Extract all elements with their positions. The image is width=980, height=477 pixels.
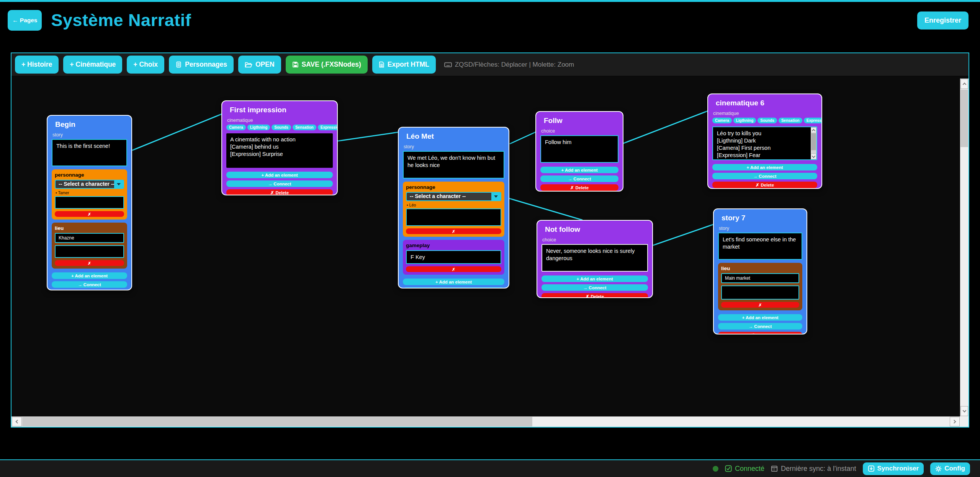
node-textarea[interactable]: Follow him (540, 135, 618, 163)
node-type-label: story (719, 226, 802, 231)
select-dropdown-arrow[interactable] (114, 180, 123, 188)
section-label: gameplay (406, 243, 501, 248)
tag-sounds[interactable]: Sounds (757, 118, 777, 123)
toolbar-button-personnages[interactable]: Personnages (169, 56, 234, 74)
textarea-scrollbar[interactable] (811, 127, 816, 159)
connect-button[interactable]: → Connect (226, 180, 333, 187)
node-begin[interactable]: BeginstoryThis is the first scene!person… (47, 115, 132, 290)
delete-x-icon: ✗ (270, 190, 274, 195)
connect-button[interactable]: → Connect (712, 173, 817, 179)
delete-node-button[interactable]: ✗Delete (712, 182, 817, 188)
add-element-button[interactable]: + Add an element (542, 275, 648, 282)
node-textarea[interactable]: Léo try to kills you [Ligthning] Dark [C… (712, 126, 817, 160)
scroll-left-button[interactable] (12, 417, 22, 426)
toolbar-button-open[interactable]: OPEN (238, 56, 281, 74)
connect-button[interactable]: → Connect (542, 284, 648, 291)
textarea-text: Follow him (545, 139, 571, 145)
horizontal-scroll-thumb[interactable] (22, 417, 532, 426)
character-name-label: • Tamer (56, 190, 124, 195)
delete-node-button[interactable]: ✗Delete (540, 184, 618, 191)
tag-ligthning[interactable]: Ligthning (247, 125, 270, 130)
element-text-input[interactable]: Khazne (55, 233, 124, 243)
add-element-button[interactable]: + Add an element (712, 164, 817, 170)
scroll-up-button[interactable] (960, 79, 968, 89)
connect-button[interactable]: → Connect (52, 281, 127, 288)
toolbar-button-choix[interactable]: + Choix (127, 56, 164, 74)
add-element-button[interactable]: + Add an element (718, 314, 802, 321)
element-text-input[interactable]: Main market (721, 273, 799, 283)
tag-camera[interactable]: Camera (226, 125, 246, 130)
node-textarea[interactable]: Never, someone looks nice is surely dang… (542, 244, 648, 272)
select-dropdown-arrow[interactable] (491, 193, 501, 200)
remove-element-button[interactable]: ✗ (721, 302, 799, 308)
textarea-scroll-up-button[interactable] (811, 127, 816, 133)
node-follw[interactable]: FollwchoiceFollow him+ Add an element→ C… (535, 111, 623, 192)
node-first-impression[interactable]: First impressioncinematiqueCameraLigthni… (221, 100, 338, 195)
status-bar: Connecté Dernière sync: à l'instant Sync… (0, 459, 980, 477)
scroll-right-button[interactable] (950, 417, 960, 426)
synchroniser-button[interactable]: Synchroniser (863, 462, 924, 475)
cinematic-tags: CameraLigthningSoundsSensationExpression (226, 125, 333, 130)
add-element-button[interactable]: + Add an element (540, 167, 618, 173)
node-not-follow[interactable]: Not followchoiceNever, someone looks nic… (537, 220, 653, 298)
element-value-box[interactable] (721, 285, 799, 300)
delete-node-button[interactable]: ✗Delete (52, 290, 127, 290)
add-element-button[interactable]: + Add an element (52, 272, 127, 279)
toolbar-button-label: + Choix (133, 61, 158, 69)
connect-button[interactable]: → Connect (718, 323, 802, 329)
node-cinematique-6[interactable]: cinematique 6cinematiqueCameraLigthningS… (707, 93, 822, 189)
node-leo-met[interactable]: Léo MetstoryWe met Léo, we don't know hi… (398, 127, 509, 288)
element-value-box[interactable] (406, 208, 501, 226)
remove-element-button[interactable]: ✗ (406, 266, 501, 272)
tag-sounds[interactable]: Sounds (272, 125, 291, 130)
chevron-down-icon (494, 195, 498, 198)
toolbar-button-label: + Histoire (21, 61, 52, 69)
section-gameplay: gameplayF Key✗ (403, 240, 504, 275)
node-textarea[interactable]: F Key (406, 250, 501, 264)
add-element-button[interactable]: + Add an element (226, 172, 333, 178)
toolbar-button-export-html[interactable]: Export HTML (372, 56, 436, 74)
tag-sensation[interactable]: Sensation (779, 118, 802, 123)
delete-node-button[interactable]: ✗Delete (542, 293, 648, 298)
toolbar-button-save-fxsnodes[interactable]: SAVE (.FXSNodes) (286, 56, 368, 74)
back-to-pages-button[interactable]: ← Pages (8, 10, 42, 31)
node-textarea[interactable]: Let's find someone else in the market (718, 233, 802, 260)
tag-camera[interactable]: Camera (712, 118, 732, 123)
tag-ligthning[interactable]: Ligthning (733, 118, 756, 123)
node-textarea[interactable]: This is the first scene! (52, 139, 127, 166)
toolbar: + Histoire+ Cinématique+ ChoixPersonnage… (11, 53, 969, 76)
config-button[interactable]: Config (930, 462, 970, 475)
remove-element-button[interactable]: ✗ (55, 211, 124, 217)
toolbar-button-cinematique[interactable]: + Cinématique (63, 56, 122, 74)
character-select[interactable]: -- Select a character -- (406, 192, 501, 201)
element-value-box[interactable] (55, 245, 124, 258)
delete-node-button[interactable]: ✗Delete (718, 332, 802, 334)
node-canvas[interactable]: BeginstoryThis is the first scene!person… (11, 76, 969, 416)
node-type-label: choice (542, 237, 648, 243)
remove-element-button[interactable]: ✗ (55, 260, 124, 266)
vertical-scroll-thumb[interactable] (960, 90, 968, 147)
connect-button[interactable]: → Connect (403, 287, 504, 288)
node-story-7[interactable]: story 7storyLet's find someone else in t… (713, 208, 807, 334)
node-title: Léo Met (406, 132, 504, 141)
vertical-scrollbar[interactable] (960, 79, 969, 416)
remove-element-button[interactable]: ✗ (406, 228, 501, 234)
add-element-button[interactable]: + Add an element (403, 279, 504, 285)
character-select-value: -- Select a character -- (407, 193, 491, 200)
scroll-down-button[interactable] (960, 406, 968, 416)
textarea-scroll-down-button[interactable] (811, 154, 816, 159)
horizontal-scrollbar[interactable] (11, 416, 960, 427)
enregistrer-button[interactable]: Enregistrer (917, 11, 969, 30)
tag-sensation[interactable]: Sensation (293, 125, 316, 130)
element-value-box[interactable] (55, 196, 124, 209)
tag-expression[interactable]: Expression (804, 118, 822, 123)
node-textarea[interactable]: We met Léo, we don't know him but he loo… (403, 151, 504, 179)
delete-node-button[interactable]: ✗Delete (226, 189, 333, 195)
textarea-scroll-thumb[interactable] (811, 133, 816, 150)
connect-button[interactable]: → Connect (540, 175, 618, 182)
node-textarea[interactable]: A cinemtatic with no action [Camera] beh… (226, 133, 333, 168)
document-icon (379, 61, 384, 68)
toolbar-button-histoire[interactable]: + Histoire (15, 56, 59, 74)
tag-expression[interactable]: Expression (318, 125, 338, 130)
character-select[interactable]: -- Select a character -- (55, 180, 124, 189)
